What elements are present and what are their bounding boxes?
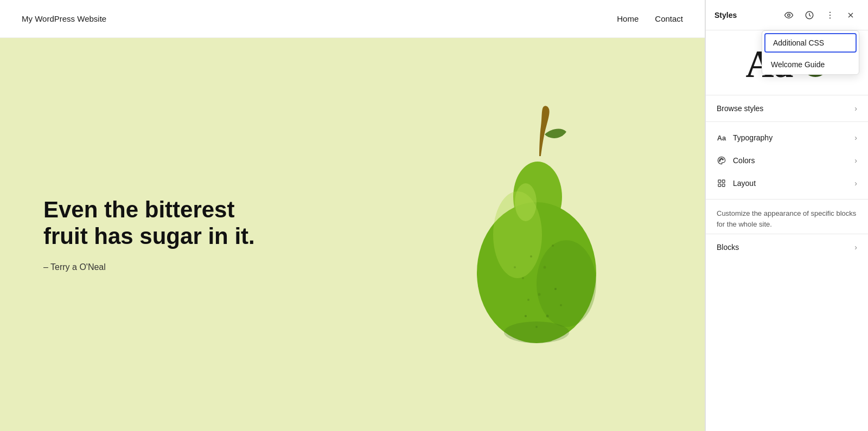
dropdown-item-additional-css[interactable]: Additional CSS	[764, 33, 857, 53]
history-button[interactable]	[801, 7, 818, 24]
browse-styles-chevron: ›	[854, 104, 857, 113]
style-options: Aa Typography › Colors › Layout	[706, 122, 868, 200]
svg-point-8	[522, 277, 524, 279]
svg-point-16	[514, 266, 516, 268]
dropdown-item-welcome-guide[interactable]: Welcome Guide	[762, 55, 859, 74]
dropdown-menu: Additional CSS Welcome Guide	[762, 30, 859, 75]
pear-illustration	[461, 105, 612, 365]
site-nav: Home Contact	[617, 14, 683, 23]
colors-icon	[717, 156, 726, 165]
hero-image	[433, 78, 640, 392]
svg-point-6	[544, 266, 546, 268]
svg-point-27	[721, 158, 722, 159]
svg-point-10	[554, 288, 557, 290]
svg-point-7	[552, 245, 554, 247]
layout-chevron: ›	[854, 179, 857, 188]
blocks-chevron: ›	[854, 243, 857, 252]
sidebar-header-icons	[780, 7, 859, 24]
svg-point-5	[530, 255, 532, 258]
blocks-row[interactable]: Blocks ›	[706, 234, 868, 260]
blocks-label: Blocks	[717, 243, 739, 252]
svg-rect-29	[718, 180, 721, 183]
hero-section: Even the bitterest fruit has sugar in it…	[0, 38, 705, 431]
svg-rect-32	[722, 184, 725, 186]
close-button[interactable]	[842, 7, 859, 24]
svg-point-25	[719, 160, 720, 162]
hero-text: Even the bitterest fruit has sugar in it…	[43, 197, 271, 272]
preview-area: My WordPress Website Home Contact Even t…	[0, 0, 705, 431]
colors-label: Colors	[733, 156, 755, 165]
nav-contact[interactable]: Contact	[655, 14, 683, 23]
svg-point-4	[537, 240, 596, 327]
sidebar-title: Styles	[714, 11, 737, 20]
typography-label: Typography	[733, 133, 773, 142]
layout-icon	[717, 178, 726, 188]
colors-row[interactable]: Colors ›	[706, 149, 868, 172]
sidebar-description: Customize the appearance of specific blo…	[706, 200, 868, 234]
svg-point-3	[515, 183, 537, 221]
svg-point-20	[829, 11, 831, 12]
svg-point-11	[527, 299, 529, 301]
svg-point-18	[788, 14, 790, 16]
svg-point-14	[525, 315, 527, 317]
layout-row[interactable]: Layout ›	[706, 172, 868, 195]
site-header: My WordPress Website Home Contact	[0, 0, 705, 38]
typography-row[interactable]: Aa Typography ›	[706, 126, 868, 149]
nav-home[interactable]: Home	[617, 14, 639, 23]
svg-point-15	[560, 304, 562, 306]
svg-point-17	[504, 321, 569, 343]
sidebar-header: Styles	[706, 0, 868, 30]
svg-point-26	[720, 159, 721, 160]
svg-point-9	[538, 293, 541, 295]
svg-point-28	[722, 159, 723, 160]
svg-rect-31	[718, 184, 721, 186]
svg-point-22	[829, 17, 831, 18]
site-title: My WordPress Website	[22, 14, 106, 23]
hero-headline: Even the bitterest fruit has sugar in it…	[43, 197, 271, 249]
svg-rect-30	[722, 180, 725, 183]
layout-label: Layout	[733, 179, 756, 188]
preview-button[interactable]	[780, 7, 797, 24]
styles-sidebar: Styles Additional CSS Welcome Guide Aa B…	[705, 0, 868, 431]
svg-point-21	[829, 14, 831, 15]
hero-attribution: – Terry a O'Neal	[43, 262, 271, 272]
typography-icon: Aa	[717, 133, 726, 143]
more-options-button[interactable]	[821, 7, 839, 24]
typography-chevron: ›	[854, 133, 857, 142]
colors-chevron: ›	[854, 156, 857, 165]
browse-styles-row[interactable]: Browse styles ›	[706, 95, 868, 122]
svg-point-12	[546, 314, 549, 317]
browse-styles-label: Browse styles	[717, 104, 763, 113]
